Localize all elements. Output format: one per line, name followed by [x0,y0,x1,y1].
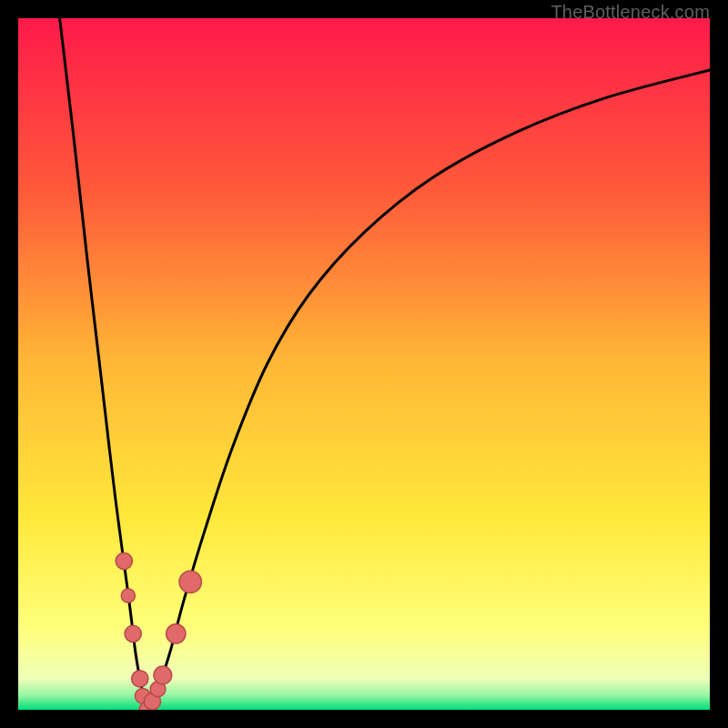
curve-marker [179,571,201,592]
curve-marker [116,552,132,569]
chart-frame: TheBottleneck.com [0,0,728,728]
curve-marker [121,589,135,602]
curve-marker [154,666,172,684]
curve-markers [116,552,201,710]
left-branch [60,18,148,710]
right-branch [147,70,710,710]
plot-area [18,18,710,710]
curve-marker [125,625,141,642]
curve-layer [18,18,710,710]
curve-marker [132,671,148,687]
curve-marker [167,624,186,643]
